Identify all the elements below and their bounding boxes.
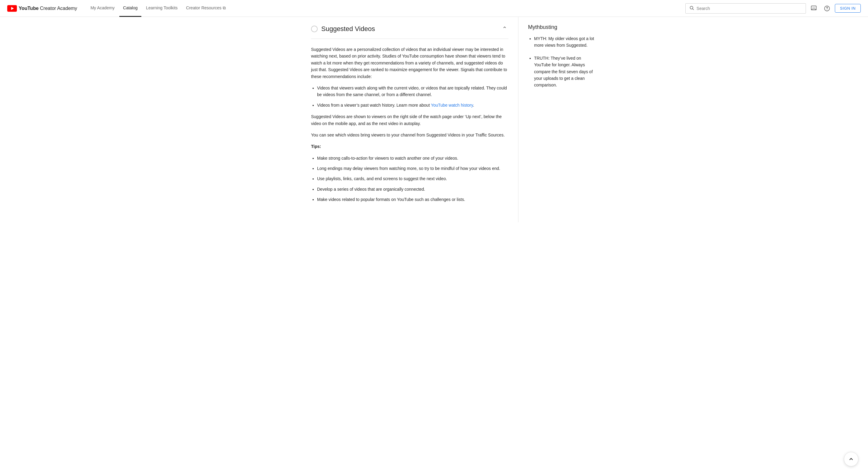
- tips-label: Tips:: [311, 143, 508, 150]
- tip-4: Develop a series of videos that are orga…: [317, 186, 508, 192]
- external-link-icon: ⧉: [223, 5, 226, 10]
- tip-2: Long endings may delay viewers from watc…: [317, 165, 508, 172]
- myth-item-2: TRUTH: They’ve lived on YouTube for long…: [534, 55, 595, 89]
- search-bar: [685, 3, 806, 13]
- myth-item-1: MYTH: My older videos got a lot more vie…: [534, 35, 595, 49]
- help-icon: [824, 5, 830, 11]
- header: YouTube Creator Academy My Academy Catal…: [0, 0, 868, 17]
- tip-5: Make videos related to popular formats o…: [317, 196, 508, 203]
- nav-my-academy[interactable]: My Academy: [87, 0, 118, 17]
- section-title-area: Suggested Videos: [311, 25, 375, 33]
- left-sidebar-space: [217, 17, 301, 222]
- tips-list: Make strong calls-to-action for viewers …: [317, 155, 508, 203]
- section-header: Suggested Videos ⌃: [311, 24, 508, 39]
- bullet-2: Videos from a viewer’s past watch histor…: [317, 102, 508, 108]
- watch-history-link[interactable]: YouTube watch history: [431, 103, 473, 107]
- content-area: Suggested Videos ⌃ Suggested Videos are …: [217, 17, 651, 222]
- nav-learning-toolkits[interactable]: Learning Toolkits: [143, 0, 181, 17]
- header-right: SIGN IN: [685, 3, 861, 14]
- paragraph-3: You can see which videos bring viewers t…: [311, 132, 508, 138]
- svg-point-9: [827, 9, 827, 10]
- paragraph-2: Suggested Videos are shown to viewers on…: [311, 113, 508, 127]
- help-button[interactable]: [822, 3, 832, 14]
- youtube-logo-icon: [7, 5, 17, 12]
- main-content: Suggested Videos ⌃ Suggested Videos are …: [0, 17, 868, 222]
- svg-line-3: [692, 9, 694, 10]
- sign-in-button[interactable]: SIGN IN: [835, 4, 861, 13]
- nav-catalog[interactable]: Catalog: [119, 0, 141, 17]
- chat-icon: [811, 5, 817, 11]
- mythbusting-title: Mythbusting: [528, 24, 595, 30]
- svg-rect-6: [813, 7, 814, 7]
- nav-creator-resources[interactable]: Creator Resources ⧉: [182, 0, 229, 17]
- svg-rect-7: [815, 7, 815, 7]
- collapse-button[interactable]: ⌃: [501, 24, 508, 34]
- logo[interactable]: YouTube Creator Academy: [7, 5, 77, 12]
- right-sidebar: Mythbusting MYTH: My older videos got a …: [518, 17, 603, 222]
- article: Suggested Videos ⌃ Suggested Videos are …: [301, 17, 518, 222]
- search-input[interactable]: [696, 6, 802, 11]
- tip-1: Make strong calls-to-action for viewers …: [317, 155, 508, 161]
- intro-paragraph: Suggested Videos are a personalized coll…: [311, 46, 508, 80]
- bullet-1: Videos that viewers watch along with the…: [317, 85, 508, 98]
- circle-checkbox-icon[interactable]: [311, 26, 318, 32]
- logo-text: YouTube Creator Academy: [19, 6, 77, 11]
- svg-rect-5: [812, 7, 813, 7]
- mythbusting-list: MYTH: My older videos got a lot more vie…: [534, 35, 595, 89]
- main-nav: My Academy Catalog Learning Toolkits Cre…: [87, 0, 681, 17]
- notifications-button[interactable]: [808, 3, 819, 14]
- svg-point-2: [690, 6, 693, 9]
- bullets-list-1: Videos that viewers watch along with the…: [317, 85, 508, 108]
- tip-3: Use playlists, links, cards, and end scr…: [317, 175, 508, 182]
- article-body: Suggested Videos are a personalized coll…: [311, 46, 508, 203]
- section-title: Suggested Videos: [321, 25, 375, 33]
- search-icon: [689, 5, 694, 11]
